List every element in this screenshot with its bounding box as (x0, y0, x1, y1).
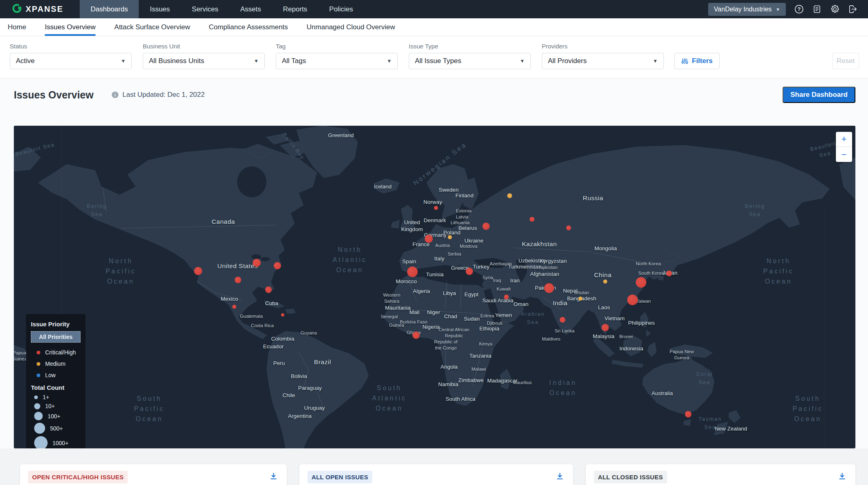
tab-attack-surface-overview[interactable]: Attack Surface Overview (114, 18, 190, 36)
legend-item-label: Low (45, 372, 56, 378)
legend-item-critical-high[interactable]: Critical/High (31, 347, 81, 358)
chevron-down-icon: ▼ (520, 58, 525, 64)
world-map[interactable]: Beaufort SeaBeaufort SeaBaffin BayGreenl… (14, 126, 855, 448)
issue-dot-critical-high[interactable] (504, 295, 509, 299)
tab-unmanaged-cloud-overview[interactable]: Unmanaged Cloud Overview (307, 18, 395, 36)
tab-issues-overview[interactable]: Issues Overview (45, 18, 96, 36)
issue-dot-critical-high[interactable] (265, 286, 272, 293)
legend-item-medium[interactable]: Medium (31, 358, 81, 369)
issue-dot-critical-high[interactable] (602, 324, 609, 331)
legend-count-100plus[interactable]: 100+ (31, 411, 81, 422)
select-value: All Business Units (149, 57, 204, 65)
nav-item-dashboards[interactable]: Dashboards (80, 0, 139, 18)
zoom-out-button[interactable]: − (836, 147, 852, 162)
issue-dot-critical-high[interactable] (627, 295, 638, 305)
issue-dot-critical-high[interactable] (434, 206, 438, 210)
issue-dot-critical-high[interactable] (685, 411, 691, 417)
nav-item-assets[interactable]: Assets (229, 0, 272, 18)
issue-dot-critical-high[interactable] (666, 271, 672, 276)
filter-label: Business Unit (143, 43, 265, 50)
download-icon[interactable] (556, 472, 564, 482)
chevron-down-icon: ▼ (776, 7, 780, 12)
release-notes-icon[interactable] (812, 4, 822, 14)
legend-count-1000plus[interactable]: 1000+ (31, 435, 81, 448)
map-landmass (14, 126, 855, 448)
issue-dot-critical-high[interactable] (482, 223, 490, 230)
nav-item-reports[interactable]: Reports (272, 0, 318, 18)
issue-dot-critical-high[interactable] (544, 283, 554, 293)
logout-icon[interactable] (848, 4, 857, 14)
reset-button[interactable]: Reset (832, 53, 859, 69)
count-bubble-icon (34, 395, 38, 399)
chevron-down-icon: ▼ (653, 58, 658, 64)
nav-item-services[interactable]: Services (181, 0, 229, 18)
filter-fields: StatusActive▼Business UnitAll Business U… (10, 43, 664, 69)
filter-select-issue-type[interactable]: All Issue Types▼ (409, 53, 531, 69)
filters-button[interactable]: Filters (674, 53, 720, 69)
legend-item-label: Critical/High (45, 349, 76, 356)
issue-dot-critical-high[interactable] (407, 267, 418, 277)
issue-dot-critical-high[interactable] (530, 217, 534, 222)
priority-dot-icon (37, 351, 40, 354)
count-bubble-icon (34, 423, 45, 434)
issue-dot-critical-high[interactable] (232, 305, 236, 309)
chevron-down-icon: ▼ (121, 58, 126, 64)
filter-status: StatusActive▼ (10, 43, 132, 69)
legend-item-low[interactable]: Low (31, 369, 81, 381)
issue-dot-critical-high[interactable] (560, 317, 565, 323)
legend-count-title: Total Count (31, 384, 81, 391)
card-open: ALL OPEN ISSUES (299, 464, 573, 485)
card-header: OPEN CRITICAL/HIGH ISSUES (20, 464, 287, 483)
issue-dot-critical-high[interactable] (566, 225, 571, 230)
issue-dot-medium[interactable] (507, 193, 512, 198)
select-value: All Tags (282, 57, 306, 65)
sliders-icon (681, 58, 688, 65)
help-icon[interactable]: ? (794, 4, 804, 14)
issue-dot-critical-high[interactable] (281, 313, 284, 317)
org-selector[interactable]: VanDelay Industries ▼ (708, 3, 786, 16)
issue-dot-critical-high[interactable] (425, 235, 433, 243)
issue-dot-critical-high[interactable] (466, 268, 473, 275)
filter-select-tag[interactable]: All Tags▼ (276, 53, 398, 69)
legend-all-priorities[interactable]: All Priorities (31, 331, 81, 343)
chevron-down-icon: ▼ (254, 58, 259, 64)
legend-count-label: 500+ (50, 425, 63, 432)
nav-item-issues[interactable]: Issues (139, 0, 181, 18)
legend-count-10plus[interactable]: 10+ (31, 402, 81, 411)
filter-select-providers[interactable]: All Providers▼ (542, 53, 664, 69)
issue-dot-medium[interactable] (448, 235, 452, 239)
issue-dot-critical-high[interactable] (274, 262, 281, 269)
legend-count-1plus[interactable]: 1+ (31, 393, 81, 402)
share-dashboard-button[interactable]: Share Dashboard (783, 87, 855, 103)
issue-dot-critical-high[interactable] (235, 277, 241, 283)
tab-home[interactable]: Home (8, 18, 26, 36)
legend-count-500plus[interactable]: 500+ (31, 422, 81, 435)
filter-label: Issue Type (409, 43, 531, 50)
brand: XPANSE (0, 0, 80, 18)
download-icon[interactable] (838, 472, 846, 482)
legend-title: Issue Priority (31, 321, 81, 328)
map-legend: Issue Priority All Priorities Critical/H… (26, 314, 85, 448)
issue-dot-critical-high[interactable] (253, 259, 261, 267)
nav-item-policies[interactable]: Policies (318, 0, 364, 18)
filter-select-status[interactable]: Active▼ (10, 53, 132, 69)
tab-compliance-assessments[interactable]: Compliance Assessments (209, 18, 288, 36)
nav-right: VanDelay Industries ▼ ? (708, 0, 868, 18)
filters-button-label: Filters (692, 57, 713, 65)
download-icon[interactable] (269, 472, 278, 482)
count-bubble-icon (34, 403, 40, 409)
card-closed: ALL CLOSED ISSUES (586, 464, 855, 485)
legend-count-label: 1000+ (52, 440, 68, 446)
issue-dot-medium[interactable] (603, 280, 607, 284)
issue-dot-critical-high[interactable] (412, 332, 420, 339)
zoom-in-button[interactable]: + (836, 132, 852, 147)
card-title-badge: ALL CLOSED ISSUES (594, 471, 667, 483)
cards-strip: OPEN CRITICAL/HIGH ISSUESALL OPEN ISSUES… (0, 448, 868, 485)
issue-dot-critical-high[interactable] (636, 277, 646, 288)
settings-gear-icon[interactable] (830, 4, 840, 14)
issue-dot-medium[interactable] (578, 297, 582, 301)
issue-dot-critical-high[interactable] (194, 267, 202, 275)
legend-item-label: Medium (45, 360, 65, 367)
filter-business-unit: Business UnitAll Business Units▼ (143, 43, 265, 69)
filter-select-business-unit[interactable]: All Business Units▼ (143, 53, 265, 69)
